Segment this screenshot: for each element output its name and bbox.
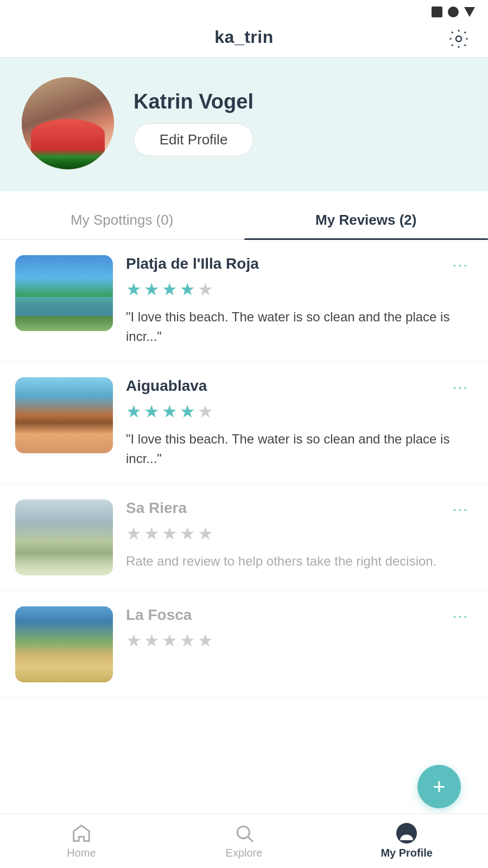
review-title: Platja de l'Illa Roja [126, 255, 259, 273]
star-4: ★ [180, 401, 195, 422]
star-3: ★ [162, 523, 178, 544]
review-thumbnail [15, 377, 113, 453]
profile-icon [396, 823, 417, 844]
tab-spottings[interactable]: My Spottings (0) [0, 197, 244, 239]
star-4: ★ [180, 523, 195, 544]
star-5: ★ [198, 630, 213, 651]
star-2: ★ [144, 630, 160, 651]
explore-icon [234, 823, 255, 844]
plus-icon: + [433, 776, 445, 797]
nav-explore-label: Explore [226, 847, 263, 859]
review-text: Rate and review to help others take the … [126, 552, 473, 571]
review-content: Aiguablava ··· ★ ★ ★ ★ ★ "I love this be… [126, 377, 473, 468]
edit-profile-button[interactable]: Edit Profile [134, 123, 253, 156]
nav-profile-button[interactable]: My Profile [325, 814, 488, 868]
review-title: La Fosca [126, 606, 192, 624]
star-4: ★ [180, 630, 195, 651]
review-stars: ★ ★ ★ ★ ★ [126, 401, 473, 422]
avatar-image [22, 77, 114, 169]
nav-profile-label: My Profile [381, 847, 433, 859]
star-4: ★ [180, 279, 195, 300]
svg-point-4 [404, 828, 410, 834]
more-options-button[interactable]: ··· [448, 499, 473, 519]
star-3: ★ [162, 279, 178, 300]
avatar-container [22, 77, 114, 169]
status-icon-circle [448, 7, 459, 17]
review-header: Sa Riera ··· [126, 499, 473, 519]
star-2: ★ [144, 279, 160, 300]
star-1: ★ [126, 523, 142, 544]
review-stars: ★ ★ ★ ★ ★ [126, 630, 473, 651]
header-username: ka_trin [214, 27, 273, 47]
review-thumbnail [15, 606, 113, 682]
status-bar [0, 0, 488, 22]
more-options-button[interactable]: ··· [448, 377, 473, 397]
svg-line-2 [248, 837, 253, 842]
header: ka_trin [0, 22, 488, 58]
review-content: La Fosca ··· ★ ★ ★ ★ ★ [126, 606, 473, 658]
star-3: ★ [162, 401, 178, 422]
list-item: La Fosca ··· ★ ★ ★ ★ ★ [0, 591, 488, 698]
star-1: ★ [126, 279, 142, 300]
profile-section: Katrin Vogel Edit Profile [0, 58, 488, 191]
profile-info: Katrin Vogel Edit Profile [134, 90, 253, 156]
review-stars: ★ ★ ★ ★ ★ [126, 523, 473, 544]
review-title: Sa Riera [126, 499, 187, 517]
list-item: Platja de l'Illa Roja ··· ★ ★ ★ ★ ★ "I l… [0, 240, 488, 362]
svg-point-1 [237, 826, 249, 838]
review-title: Aiguablava [126, 377, 207, 395]
review-stars: ★ ★ ★ ★ ★ [126, 279, 473, 300]
nav-home-button[interactable]: Home [0, 814, 163, 868]
review-header: Platja de l'Illa Roja ··· [126, 255, 473, 275]
review-header: Aiguablava ··· [126, 377, 473, 397]
home-icon [71, 823, 92, 844]
svg-point-0 [456, 36, 461, 41]
more-options-button[interactable]: ··· [448, 255, 473, 275]
gear-icon [448, 28, 470, 49]
nav-home-label: Home [67, 847, 96, 859]
settings-button[interactable] [446, 26, 472, 53]
status-icon-triangle [464, 7, 475, 17]
tab-reviews[interactable]: My Reviews (2) [244, 197, 489, 239]
star-5: ★ [198, 279, 213, 300]
star-1: ★ [126, 630, 142, 651]
review-text: "I love this beach. The water is so clea… [126, 307, 473, 346]
review-content: Platja de l'Illa Roja ··· ★ ★ ★ ★ ★ "I l… [126, 255, 473, 346]
star-2: ★ [144, 401, 160, 422]
review-thumbnail [15, 255, 113, 331]
review-thumbnail [15, 499, 113, 575]
star-2: ★ [144, 523, 160, 544]
list-item: Aiguablava ··· ★ ★ ★ ★ ★ "I love this be… [0, 362, 488, 484]
profile-name: Katrin Vogel [134, 90, 253, 113]
review-text: "I love this beach. The water is so clea… [126, 429, 473, 468]
review-header: La Fosca ··· [126, 606, 473, 626]
status-icon-square [432, 7, 442, 17]
list-item: Sa Riera ··· ★ ★ ★ ★ ★ Rate and review t… [0, 484, 488, 591]
star-5: ★ [198, 523, 213, 544]
nav-explore-button[interactable]: Explore [163, 814, 326, 868]
more-options-button[interactable]: ··· [448, 606, 473, 626]
star-3: ★ [162, 630, 178, 651]
avatar [22, 77, 114, 169]
add-button[interactable]: + [417, 765, 461, 808]
review-content: Sa Riera ··· ★ ★ ★ ★ ★ Rate and review t… [126, 499, 473, 571]
bottom-nav: Home Explore My Profile [0, 814, 488, 868]
star-5: ★ [198, 401, 213, 422]
tabs-container: My Spottings (0) My Reviews (2) [0, 197, 488, 240]
star-1: ★ [126, 401, 142, 422]
reviews-list: Platja de l'Illa Roja ··· ★ ★ ★ ★ ★ "I l… [0, 240, 488, 763]
